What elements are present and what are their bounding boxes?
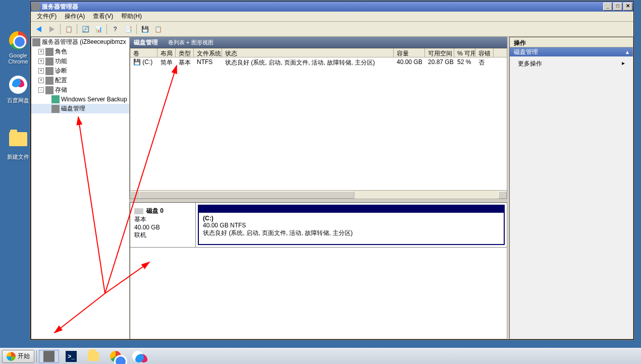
scroll-track[interactable]	[139, 191, 498, 199]
col-fs[interactable]: 文件系统	[194, 48, 222, 57]
disk-icon	[51, 105, 60, 113]
cell-layout: 简单	[157, 57, 176, 67]
toolbar-button[interactable]: 💾	[139, 23, 151, 35]
window-title: 服务器管理器	[42, 3, 602, 11]
main-subtitle: 卷列表 + 图形视图	[168, 39, 213, 46]
menu-view[interactable]: 查看(V)	[89, 11, 117, 22]
menu-file[interactable]: 文件(F)	[33, 11, 61, 22]
disk-info: 磁盘 0 基本 40.00 GB 联机	[130, 203, 196, 247]
expand-icon[interactable]: +	[38, 78, 44, 83]
actions-more[interactable]: 更多操作 ▸	[510, 56, 633, 71]
window-titlebar[interactable]: 服务器管理器 _ □ ✕	[31, 2, 633, 12]
tree-node-config[interactable]: +配置	[31, 76, 129, 85]
horizontal-scrollbar[interactable]	[130, 190, 507, 199]
desktop-icon-chrome[interactable]: Google Chrome	[6, 30, 30, 65]
toolbar-refresh-button[interactable]: 🔄	[79, 23, 91, 35]
col-pct[interactable]: % 可用	[454, 48, 475, 57]
volume-table-header: 卷 布局 类型 文件系统 状态 容量 可用空间 % 可用 容错	[130, 48, 507, 57]
actions-pane: 操作 磁盘管理 ▴ 更多操作 ▸	[509, 37, 633, 339]
actions-section[interactable]: 磁盘管理 ▴	[510, 47, 633, 56]
cell-volume: 💾 (C:)	[130, 57, 157, 67]
expand-icon[interactable]: +	[38, 49, 44, 54]
expand-icon[interactable]: +	[38, 68, 44, 74]
expand-icon[interactable]: +	[38, 58, 44, 64]
tree-node-roles[interactable]: +角色	[31, 47, 129, 56]
baidu-icon	[132, 351, 143, 362]
taskbar-item-powershell[interactable]: >_	[61, 350, 81, 363]
tree-node-diagnostics[interactable]: +诊断	[31, 66, 129, 76]
main-title: 磁盘管理	[134, 38, 158, 47]
nav-forward-button[interactable]	[46, 23, 58, 35]
desktop-icon-label: 新建文件	[6, 153, 30, 161]
nav-back-button[interactable]	[33, 23, 45, 35]
disk-type: 基本	[134, 215, 191, 224]
cell-pct: 52 %	[454, 57, 475, 67]
collapse-icon[interactable]: -	[38, 87, 44, 93]
close-button[interactable]: ✕	[623, 3, 632, 11]
baidu-icon	[9, 76, 27, 94]
tree-node-disk-mgmt[interactable]: 磁盘管理	[31, 104, 129, 113]
maximize-button[interactable]: □	[613, 3, 622, 11]
col-free[interactable]: 可用空间	[425, 48, 454, 57]
disk-status: 联机	[134, 231, 191, 239]
desktop-icon-folder[interactable]: 新建文件	[6, 129, 30, 161]
menu-bar: 文件(F) 操作(A) 查看(V) 帮助(H)	[31, 12, 633, 22]
tree-node-wsb[interactable]: Windows Server Backup	[31, 95, 129, 104]
desktop-icon-label: 百度网盘	[6, 97, 30, 104]
tree-node-features[interactable]: +功能	[31, 56, 129, 66]
app-icon	[32, 3, 40, 11]
scroll-left-button[interactable]	[130, 191, 139, 199]
taskbar-item-baidu[interactable]	[128, 350, 148, 363]
cell-status: 状态良好 (系统, 启动, 页面文件, 活动, 故障转储, 主分区)	[222, 57, 394, 67]
partition-info: 40.00 GB NTFS	[203, 222, 246, 229]
volume-list-pane: 卷 布局 类型 文件系统 状态 容量 可用空间 % 可用 容错 💾 (C:) 简…	[130, 48, 507, 199]
explorer-icon	[88, 352, 99, 361]
menu-help[interactable]: 帮助(H)	[117, 11, 146, 22]
taskbar: 开始 >_	[0, 348, 641, 364]
server-manager-window: 服务器管理器 _ □ ✕ 文件(F) 操作(A) 查看(V) 帮助(H) 📋 🔄…	[30, 1, 634, 340]
col-layout[interactable]: 布局	[157, 48, 176, 57]
partition-label: (C:)	[203, 215, 213, 222]
cell-capacity: 40.00 GB	[394, 57, 425, 67]
taskbar-item-chrome[interactable]	[105, 350, 126, 363]
toolbar-button[interactable]: 📋	[63, 23, 75, 35]
toolbar-button[interactable]: 📑	[122, 23, 134, 35]
start-button[interactable]: 开始	[2, 350, 34, 363]
disk-name: 磁盘 0	[146, 207, 164, 215]
tree-root[interactable]: 服务器管理器 (iZ8eeceupibmzx	[31, 37, 129, 47]
toolbar-button[interactable]: 📊	[92, 23, 104, 35]
main-header: 磁盘管理 卷列表 + 图形视图	[130, 37, 507, 48]
volume-row[interactable]: 💾 (C:) 简单 基本 NTFS 状态良好 (系统, 启动, 页面文件, 活动…	[130, 57, 507, 67]
col-volume[interactable]: 卷	[130, 48, 157, 57]
desktop-icon-baidu[interactable]: 百度网盘	[6, 75, 30, 104]
desktop-icon-label: Google Chrome	[6, 52, 30, 65]
chrome-icon	[9, 31, 27, 49]
disk-row[interactable]: 磁盘 0 基本 40.00 GB 联机 (C:) 40.00 GB NTFS 状…	[130, 203, 507, 248]
storage-icon	[45, 86, 54, 94]
menu-action[interactable]: 操作(A)	[61, 11, 89, 22]
arrow-right-icon	[49, 26, 55, 32]
col-status[interactable]: 状态	[222, 48, 394, 57]
chevron-right-icon: ▸	[622, 59, 625, 68]
scroll-right-button[interactable]	[498, 191, 507, 199]
features-icon	[45, 57, 54, 66]
disk-icon	[134, 208, 143, 214]
col-capacity[interactable]: 容量	[394, 48, 425, 57]
tree-node-storage[interactable]: -存储	[31, 85, 129, 95]
disk-graphical-pane: 磁盘 0 基本 40.00 GB 联机 (C:) 40.00 GB NTFS 状…	[130, 202, 507, 339]
toolbar-button[interactable]: 📋	[152, 23, 164, 35]
chevron-up-icon: ▴	[626, 48, 629, 55]
windows-icon	[7, 352, 16, 361]
toolbar-help-button[interactable]: ?	[109, 23, 121, 35]
cell-free: 20.87 GB	[425, 57, 454, 67]
partition-c[interactable]: (C:) 40.00 GB NTFS 状态良好 (系统, 启动, 页面文件, 活…	[198, 205, 505, 245]
col-type[interactable]: 类型	[176, 48, 194, 57]
config-icon	[45, 77, 54, 85]
toolbar: 📋 🔄 📊 ? 📑 💾 📋	[31, 22, 633, 37]
navigation-tree[interactable]: 服务器管理器 (iZ8eeceupibmzx +角色 +功能 +诊断 +配置 -…	[31, 37, 130, 339]
col-fault[interactable]: 容错	[475, 48, 494, 57]
minimize-button[interactable]: _	[603, 3, 612, 11]
taskbar-item-explorer[interactable]	[83, 350, 103, 363]
taskbar-item-server-manager[interactable]	[39, 350, 59, 363]
scroll-thumb[interactable]	[139, 191, 354, 199]
